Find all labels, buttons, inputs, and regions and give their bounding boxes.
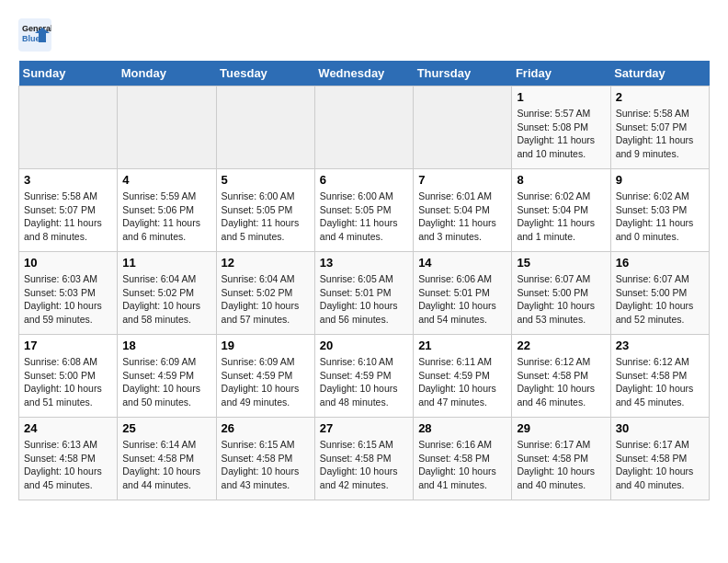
cell-content: Sunrise: 6:14 AM Sunset: 4:58 PM Dayligh… [122, 438, 210, 492]
calendar-week-1: 1 Sunrise: 5:57 AM Sunset: 5:08 PM Dayli… [19, 86, 710, 169]
cell-content: Sunrise: 6:17 AM Sunset: 4:58 PM Dayligh… [517, 438, 605, 492]
calendar-cell: 10 Sunrise: 6:03 AM Sunset: 5:03 PM Dayl… [19, 252, 118, 335]
calendar-header: SundayMondayTuesdayWednesdayThursdayFrid… [19, 61, 710, 86]
day-number: 26 [222, 421, 310, 435]
cell-content: Sunrise: 6:13 AM Sunset: 4:58 PM Dayligh… [24, 438, 112, 492]
cell-content: Sunrise: 6:00 AM Sunset: 5:05 PM Dayligh… [320, 190, 408, 244]
calendar-cell: 9 Sunrise: 6:02 AM Sunset: 5:03 PM Dayli… [610, 169, 709, 252]
calendar-cell: 15 Sunrise: 6:07 AM Sunset: 5:00 PM Dayl… [512, 252, 610, 335]
day-number: 29 [517, 421, 605, 435]
day-number: 8 [517, 173, 605, 187]
calendar-cell: 3 Sunrise: 5:58 AM Sunset: 5:07 PM Dayli… [19, 169, 118, 252]
day-number: 4 [122, 173, 210, 187]
day-header-sunday: Sunday [19, 61, 118, 86]
calendar-cell: 27 Sunrise: 6:15 AM Sunset: 4:58 PM Dayl… [314, 418, 413, 500]
cell-content: Sunrise: 6:05 AM Sunset: 5:01 PM Dayligh… [320, 272, 408, 327]
calendar-cell: 30 Sunrise: 6:17 AM Sunset: 4:58 PM Dayl… [610, 418, 709, 500]
day-number: 22 [517, 339, 605, 352]
cell-content: Sunrise: 6:02 AM Sunset: 5:04 PM Dayligh… [517, 190, 605, 244]
calendar-cell [118, 86, 216, 169]
day-number: 1 [517, 90, 605, 104]
day-header-saturday: Saturday [610, 61, 709, 86]
calendar-body: 1 Sunrise: 5:57 AM Sunset: 5:08 PM Dayli… [19, 86, 710, 500]
cell-content: Sunrise: 6:12 AM Sunset: 4:58 PM Dayligh… [616, 355, 704, 409]
header-row: SundayMondayTuesdayWednesdayThursdayFrid… [19, 61, 710, 86]
cell-content: Sunrise: 6:12 AM Sunset: 4:58 PM Dayligh… [517, 355, 605, 409]
calendar-cell: 1 Sunrise: 5:57 AM Sunset: 5:08 PM Dayli… [512, 86, 610, 169]
cell-content: Sunrise: 6:08 AM Sunset: 5:00 PM Dayligh… [24, 355, 112, 409]
day-number: 10 [24, 256, 112, 270]
day-number: 14 [418, 256, 506, 270]
calendar-cell: 20 Sunrise: 6:10 AM Sunset: 4:59 PM Dayl… [314, 335, 413, 418]
day-header-tuesday: Tuesday [216, 61, 314, 86]
cell-content: Sunrise: 6:02 AM Sunset: 5:03 PM Dayligh… [616, 190, 704, 244]
calendar-cell: 11 Sunrise: 6:04 AM Sunset: 5:02 PM Dayl… [118, 252, 216, 335]
cell-content: Sunrise: 6:00 AM Sunset: 5:05 PM Dayligh… [222, 190, 310, 244]
day-header-thursday: Thursday [414, 61, 512, 86]
calendar-cell: 6 Sunrise: 6:00 AM Sunset: 5:05 PM Dayli… [314, 169, 413, 252]
calendar-week-2: 3 Sunrise: 5:58 AM Sunset: 5:07 PM Dayli… [19, 169, 710, 252]
day-number: 24 [24, 421, 112, 435]
calendar-cell: 22 Sunrise: 6:12 AM Sunset: 4:58 PM Dayl… [512, 335, 610, 418]
day-number: 11 [122, 256, 210, 270]
calendar-cell: 5 Sunrise: 6:00 AM Sunset: 5:05 PM Dayli… [216, 169, 314, 252]
day-number: 20 [320, 339, 408, 352]
day-header-wednesday: Wednesday [314, 61, 413, 86]
calendar-week-3: 10 Sunrise: 6:03 AM Sunset: 5:03 PM Dayl… [19, 252, 710, 335]
day-number: 23 [616, 339, 704, 352]
cell-content: Sunrise: 6:09 AM Sunset: 4:59 PM Dayligh… [122, 355, 210, 409]
calendar-week-4: 17 Sunrise: 6:08 AM Sunset: 5:00 PM Dayl… [19, 335, 710, 418]
calendar-week-5: 24 Sunrise: 6:13 AM Sunset: 4:58 PM Dayl… [19, 418, 710, 500]
day-number: 17 [24, 339, 112, 352]
day-number: 6 [320, 173, 408, 187]
logo: General Blue [18, 18, 57, 52]
calendar-cell: 7 Sunrise: 6:01 AM Sunset: 5:04 PM Dayli… [414, 169, 512, 252]
calendar-cell: 2 Sunrise: 5:58 AM Sunset: 5:07 PM Dayli… [610, 86, 709, 169]
calendar-cell [314, 86, 413, 169]
day-number: 21 [418, 339, 506, 352]
day-number: 3 [24, 173, 112, 187]
calendar-cell [19, 86, 118, 169]
calendar-cell: 12 Sunrise: 6:04 AM Sunset: 5:02 PM Dayl… [216, 252, 314, 335]
calendar-cell: 25 Sunrise: 6:14 AM Sunset: 4:58 PM Dayl… [118, 418, 216, 500]
day-number: 16 [616, 256, 704, 270]
calendar-cell [414, 86, 512, 169]
day-number: 7 [418, 173, 506, 187]
calendar-cell: 28 Sunrise: 6:16 AM Sunset: 4:58 PM Dayl… [414, 418, 512, 500]
cell-content: Sunrise: 6:07 AM Sunset: 5:00 PM Dayligh… [616, 272, 704, 327]
cell-content: Sunrise: 6:04 AM Sunset: 5:02 PM Dayligh… [122, 272, 210, 327]
calendar-cell [216, 86, 314, 169]
calendar-cell: 4 Sunrise: 5:59 AM Sunset: 5:06 PM Dayli… [118, 169, 216, 252]
day-number: 19 [222, 339, 310, 352]
cell-content: Sunrise: 5:58 AM Sunset: 5:07 PM Dayligh… [616, 107, 704, 161]
svg-text:Blue: Blue [22, 34, 40, 43]
cell-content: Sunrise: 6:15 AM Sunset: 4:58 PM Dayligh… [222, 438, 310, 492]
day-header-friday: Friday [512, 61, 610, 86]
day-header-monday: Monday [118, 61, 216, 86]
cell-content: Sunrise: 6:16 AM Sunset: 4:58 PM Dayligh… [418, 438, 506, 492]
cell-content: Sunrise: 6:10 AM Sunset: 4:59 PM Dayligh… [320, 355, 408, 409]
calendar-cell: 29 Sunrise: 6:17 AM Sunset: 4:58 PM Dayl… [512, 418, 610, 500]
cell-content: Sunrise: 6:15 AM Sunset: 4:58 PM Dayligh… [320, 438, 408, 492]
cell-content: Sunrise: 5:59 AM Sunset: 5:06 PM Dayligh… [122, 190, 210, 244]
calendar-cell: 24 Sunrise: 6:13 AM Sunset: 4:58 PM Dayl… [19, 418, 118, 500]
calendar-cell: 19 Sunrise: 6:09 AM Sunset: 4:59 PM Dayl… [216, 335, 314, 418]
calendar-cell: 23 Sunrise: 6:12 AM Sunset: 4:58 PM Dayl… [610, 335, 709, 418]
page-header: General Blue [18, 18, 710, 52]
calendar-cell: 16 Sunrise: 6:07 AM Sunset: 5:00 PM Dayl… [610, 252, 709, 335]
day-number: 12 [222, 256, 310, 270]
day-number: 30 [616, 421, 704, 435]
day-number: 28 [418, 421, 506, 435]
day-number: 27 [320, 421, 408, 435]
day-number: 18 [122, 339, 210, 352]
cell-content: Sunrise: 6:01 AM Sunset: 5:04 PM Dayligh… [418, 190, 506, 244]
cell-content: Sunrise: 5:58 AM Sunset: 5:07 PM Dayligh… [24, 190, 112, 244]
calendar-cell: 13 Sunrise: 6:05 AM Sunset: 5:01 PM Dayl… [314, 252, 413, 335]
cell-content: Sunrise: 6:17 AM Sunset: 4:58 PM Dayligh… [616, 438, 704, 492]
calendar-cell: 18 Sunrise: 6:09 AM Sunset: 4:59 PM Dayl… [118, 335, 216, 418]
day-number: 5 [222, 173, 310, 187]
cell-content: Sunrise: 6:07 AM Sunset: 5:00 PM Dayligh… [517, 272, 605, 327]
cell-content: Sunrise: 5:57 AM Sunset: 5:08 PM Dayligh… [517, 107, 605, 161]
cell-content: Sunrise: 6:03 AM Sunset: 5:03 PM Dayligh… [24, 272, 112, 327]
calendar-table: SundayMondayTuesdayWednesdayThursdayFrid… [18, 61, 710, 500]
